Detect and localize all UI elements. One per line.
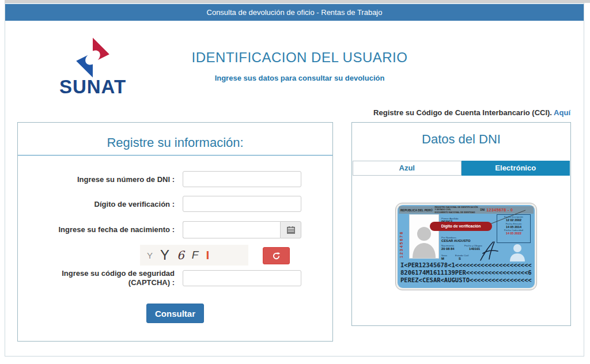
dni-label: Ingrese su número de DNI : <box>18 171 175 188</box>
form-title: Registre su información: <box>18 135 332 150</box>
birth-date-input[interactable] <box>183 221 280 238</box>
captcha-char: F <box>192 249 199 261</box>
sunat-diamond-icon <box>71 37 114 78</box>
cci-text: Registre su Código de Cuenta Interbancar… <box>373 108 554 117</box>
dni-tabs: Azul Electrónico <box>353 161 570 176</box>
badge-pointer-line <box>398 205 535 288</box>
captcha-refresh-button[interactable] <box>263 247 290 264</box>
page-title: IDENTIFICACION DEL USUARIO <box>170 50 429 66</box>
title-divider <box>18 155 332 156</box>
captcha-char: I <box>206 248 209 262</box>
dni-input[interactable] <box>183 171 301 187</box>
dni-panel-title: Datos del DNI <box>352 132 570 147</box>
refresh-icon <box>272 252 281 260</box>
check-digit-label: Dígito de verificación : <box>18 196 175 213</box>
captcha-image: Y Y 6 F I <box>140 245 248 266</box>
captcha-label-line1: Ingrese su código de seguridad <box>18 269 175 278</box>
registration-form-panel: Registre su información: Ingrese su núme… <box>17 122 333 342</box>
intro-block: IDENTIFICACION DEL USUARIO Ingrese sus d… <box>170 50 429 82</box>
tab-azul[interactable]: Azul <box>353 161 462 176</box>
captcha-char: Y <box>160 247 169 263</box>
birth-date-group <box>183 221 301 238</box>
captcha-char: 6 <box>177 248 184 262</box>
cci-register-line: Registre su Código de Cuenta Interbancar… <box>373 108 570 117</box>
calendar-icon <box>287 226 295 234</box>
captcha-label-line2: (CAPTCHA) : <box>18 278 175 287</box>
captcha-char: Y <box>147 251 153 260</box>
page-header-title: Consulta de devolución de oficio - Renta… <box>5 4 584 21</box>
dni-panel: Datos del DNI Azul Electrónico REPUBLICA… <box>351 122 571 326</box>
digit-verification-badge: Dígito de verificación <box>430 222 492 231</box>
dni-card: REPUBLICA DEL PERÚ REGISTRO NACIONAL DE … <box>398 205 535 288</box>
captcha-field-label: Ingrese su código de seguridad (CAPTCHA)… <box>18 269 175 287</box>
check-digit-input[interactable] <box>183 196 301 212</box>
page-subtitle: Ingrese sus datos para consultar su devo… <box>170 74 429 82</box>
tab-electronico[interactable]: Electrónico <box>462 161 570 176</box>
cci-aqui-link[interactable]: Aquí <box>554 108 570 117</box>
sunat-logo: SUNAT <box>48 37 138 98</box>
captcha-input[interactable] <box>183 270 301 286</box>
dni-card-frame: REPUBLICA DEL PERÚ REGISTRO NACIONAL DE … <box>395 203 537 290</box>
consultar-button[interactable]: Consultar <box>146 304 204 323</box>
date-picker-button[interactable] <box>280 221 301 238</box>
sunat-logo-text: SUNAT <box>48 76 138 98</box>
birth-date-label: Ingrese su fecha de nacimiento : <box>18 221 175 238</box>
